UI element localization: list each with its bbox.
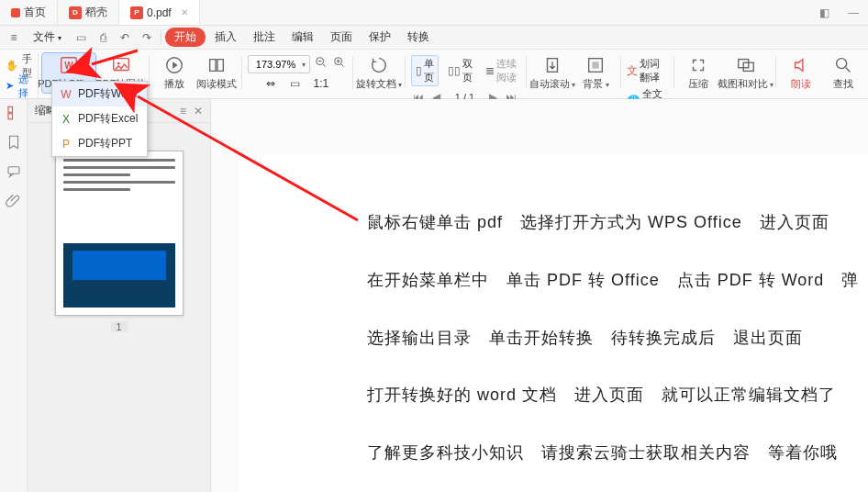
doc-line: 了解更多科技小知识 请搜索云骑士获取相关内容 等着你哦 (367, 440, 868, 466)
side-icon-strip (0, 99, 28, 492)
doc-line: 鼠标右键单击 pdf 选择打开方式为 WPS Office 进入页面 (367, 209, 868, 236)
document-viewport[interactable]: 鼠标右键单击 pdf 选择打开方式为 WPS Office 进入页面 在开始菜单… (211, 99, 868, 492)
svg-point-12 (837, 59, 847, 69)
selection-mode-column: ✋ 手型 ➤ 选择 (6, 53, 39, 98)
thumbnail-preview-image (63, 243, 175, 308)
menu-edit[interactable]: 编辑 (284, 27, 321, 48)
open-icon[interactable]: ▭ (71, 28, 91, 48)
single-page-icon: ▯ (416, 64, 422, 77)
image-icon (111, 55, 131, 75)
menu-icon[interactable]: ≡ (4, 28, 24, 48)
close-panel-icon[interactable]: ✕ (194, 105, 203, 117)
background-icon (585, 55, 606, 75)
menu-convert[interactable]: 转换 (400, 27, 437, 48)
docer-icon: D (69, 6, 82, 19)
tab-label: 0.pdf (147, 6, 172, 19)
compress-button[interactable]: 压缩 (679, 53, 718, 93)
menu-page[interactable]: 页面 (323, 27, 360, 48)
menu-file[interactable]: 文件 ▾ (26, 27, 69, 48)
thumbnail-page-number: 1 (111, 321, 128, 332)
home-icon (11, 8, 20, 17)
dropdown-pdf-to-word[interactable]: W PDF转Word (52, 82, 147, 106)
thumbnails-icon[interactable] (6, 105, 22, 121)
svg-rect-9 (593, 62, 599, 68)
rotate-button[interactable]: 旋转文档 ▾ (358, 53, 399, 93)
page-thumbnail[interactable]: 1 (55, 151, 184, 332)
chevron-down-icon[interactable]: ▾ (302, 61, 306, 69)
word-doc-icon: W (59, 55, 79, 75)
menu-bar: ≡ 文件 ▾ ▭ ⎙ ↶ ↷ 开始 插入 批注 编辑 页面 保护 转换 (0, 26, 868, 50)
speaker-icon (791, 55, 811, 75)
background-button[interactable]: 背景 ▾ (576, 53, 615, 93)
search-icon (833, 55, 853, 75)
tab-home[interactable]: 首页 (0, 0, 58, 25)
zoom-out-icon[interactable] (314, 55, 328, 73)
dropdown-pdf-to-ppt[interactable]: P PDF转PPT (52, 131, 147, 156)
tab-document[interactable]: P 0.pdf ✕ (119, 0, 200, 25)
continuous-icon: ≣ (485, 64, 495, 77)
menu-annotate[interactable]: 批注 (246, 27, 283, 48)
word-translate-button[interactable]: 文 划词翻译 (627, 57, 668, 84)
play-icon (164, 55, 184, 75)
close-tab-icon[interactable]: ✕ (181, 7, 188, 17)
bookmark-icon[interactable] (6, 134, 22, 151)
compress-icon (688, 55, 708, 75)
fit-width-icon[interactable]: ⇔ (266, 77, 281, 90)
auto-scroll-icon (542, 55, 562, 75)
dropdown-pdf-to-excel[interactable]: X PDF转Excel (52, 106, 147, 131)
attachment-icon[interactable] (6, 193, 22, 209)
cursor-icon: ➤ (6, 80, 15, 93)
menu-start[interactable]: 开始 (165, 28, 206, 47)
play-button[interactable]: 播放 (155, 53, 194, 93)
panel-menu-icon[interactable]: ≡ (180, 105, 186, 117)
double-page-icon: ▯▯ (448, 64, 461, 77)
screenshot-icon (736, 55, 756, 75)
translate-icon: 文 (627, 63, 638, 79)
undo-icon[interactable]: ↶ (115, 28, 135, 48)
svg-rect-15 (8, 167, 19, 174)
redo-icon[interactable]: ↷ (137, 28, 157, 48)
word-icon: W (60, 88, 72, 101)
rotate-icon (369, 55, 389, 75)
fit-page-icon[interactable]: ▭ (290, 77, 305, 90)
tab-label: 首页 (24, 5, 46, 20)
book-icon (206, 55, 227, 75)
title-bar: 首页 D 稻壳 P 0.pdf ✕ ◧ — (0, 0, 868, 26)
continuous-read-button[interactable]: ≣ 连续阅读 (482, 55, 520, 86)
tab-label: 稻壳 (85, 5, 107, 20)
svg-text:W: W (64, 61, 73, 71)
ppt-icon: P (60, 138, 72, 151)
compare-button[interactable]: 截图和对比 ▾ (721, 53, 770, 93)
zoom-input[interactable]: ▾ (248, 55, 310, 73)
document-page: 鼠标右键单击 pdf 选择打开方式为 WPS Office 进入页面 在开始菜单… (239, 154, 868, 492)
find-button[interactable]: 查找 (824, 53, 862, 93)
comment-icon[interactable] (6, 163, 22, 180)
thumbnail-panel: 缩略图 ≡ ✕ 1 (28, 99, 211, 492)
actual-size-icon[interactable]: 1:1 (314, 77, 328, 90)
double-page-button[interactable]: ▯▯ 双页 (444, 55, 476, 86)
doc-line: 选择输出目录 单击开始转换 待转换完成后 退出页面 (367, 325, 868, 352)
svg-rect-14 (8, 114, 13, 119)
zoom-value-field[interactable] (252, 59, 300, 70)
doc-line: 在开始菜单栏中 单击 PDF 转 Office 点击 PDF 转 Word 弹 (367, 267, 868, 294)
pdf-icon: P (130, 6, 143, 19)
print-icon[interactable]: ⎙ (93, 28, 113, 48)
svg-rect-13 (8, 106, 13, 112)
read-aloud-button[interactable]: 朗读 (782, 53, 820, 93)
window-restore-icon[interactable]: ◧ (809, 0, 839, 25)
window-minimize-icon[interactable]: — (839, 0, 868, 25)
pdf-to-office-dropdown: W PDF转Word X PDF转Excel P PDF转PPT (51, 81, 148, 157)
menu-insert[interactable]: 插入 (207, 27, 244, 48)
select-tool[interactable]: ➤ 选择 (6, 76, 32, 96)
excel-icon: X (60, 113, 72, 126)
doc-line: 打开转换好的 word 文档 进入页面 就可以正常编辑文档了 (367, 382, 868, 408)
svg-point-3 (117, 62, 120, 65)
zoom-in-icon[interactable] (332, 55, 347, 73)
read-mode-button[interactable]: 阅读模式 (197, 53, 236, 93)
tab-docer[interactable]: D 稻壳 (58, 0, 119, 25)
auto-scroll-button[interactable]: 自动滚动 ▾ (532, 53, 573, 93)
menu-protect[interactable]: 保护 (362, 27, 398, 48)
single-page-button[interactable]: ▯ 单页 (411, 55, 439, 86)
hand-icon: ✋ (6, 60, 18, 73)
